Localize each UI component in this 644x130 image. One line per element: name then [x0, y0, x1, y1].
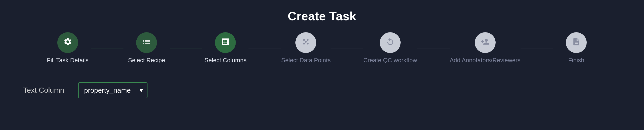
connector-2	[170, 48, 202, 48]
data-points-icon	[302, 37, 310, 48]
qc-workflow-icon	[386, 37, 394, 48]
step-create-qc-workflow[interactable]: Create QC workflow	[364, 32, 417, 64]
step-select-data-points[interactable]: Select Data Points	[281, 32, 331, 64]
stepper: Fill Task Details Select Recipe Select C…	[44, 32, 600, 64]
connector-6	[520, 48, 553, 48]
step-circle-add-annotators	[475, 32, 496, 53]
finish-icon	[572, 37, 581, 48]
gear-icon	[63, 37, 72, 48]
step-circle-select-columns	[215, 32, 236, 53]
step-select-recipe[interactable]: Select Recipe	[124, 32, 170, 64]
step-label-add-annotators: Add Annotators/Reviewers	[450, 57, 520, 64]
step-fill-task-details[interactable]: Fill Task Details	[44, 32, 91, 64]
connector-4	[330, 48, 363, 48]
step-label-create-qc-workflow: Create QC workflow	[364, 57, 417, 64]
recipe-icon	[142, 37, 151, 48]
step-label-select-recipe: Select Recipe	[128, 57, 165, 64]
step-label-finish: Finish	[568, 57, 584, 64]
step-select-columns[interactable]: Select Columns	[202, 32, 248, 64]
page-title: Create Task	[288, 9, 356, 23]
text-column-select[interactable]: property_name	[78, 82, 148, 98]
step-circle-create-qc-workflow	[380, 32, 400, 53]
step-circle-select-data-points	[296, 32, 316, 53]
svg-point-1	[307, 39, 308, 41]
dropdown-wrapper: property_name ▾	[78, 82, 148, 98]
columns-icon	[221, 37, 230, 48]
connector-5	[417, 48, 450, 48]
form-section: Text Column property_name ▾	[0, 71, 644, 110]
svg-point-2	[303, 43, 305, 44]
step-circle-select-recipe	[136, 32, 157, 53]
step-label-select-columns: Select Columns	[204, 57, 246, 64]
step-circle-fill-task-details	[57, 32, 78, 53]
text-column-label: Text Column	[23, 86, 64, 95]
step-circle-finish	[566, 32, 587, 53]
connector-3	[248, 48, 281, 48]
step-label-select-data-points: Select Data Points	[281, 57, 331, 64]
svg-point-0	[303, 39, 305, 41]
add-users-icon	[481, 37, 490, 48]
connector-1	[91, 48, 124, 48]
svg-point-4	[305, 41, 307, 43]
step-finish[interactable]: Finish	[553, 32, 600, 64]
step-label-fill-task-details: Fill Task Details	[47, 57, 88, 64]
step-add-annotators[interactable]: Add Annotators/Reviewers	[450, 32, 520, 64]
svg-point-3	[307, 43, 308, 44]
